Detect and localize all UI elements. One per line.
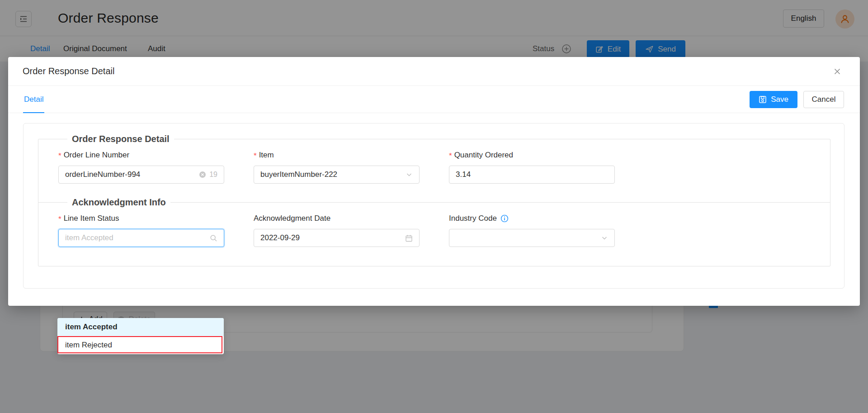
required-asterisk (58, 214, 64, 223)
modal-actions: Save Cancel (750, 91, 844, 108)
order-line-number-input[interactable]: orderLineNumber-994 19 (58, 166, 224, 184)
required-asterisk (254, 151, 259, 160)
field-industry-code: Industry Code (449, 214, 615, 247)
cancel-button[interactable]: Cancel (803, 91, 844, 108)
field-label: Industry Code (449, 214, 615, 223)
field-order-line-number: Order Line Number orderLineNumber-994 (58, 151, 224, 184)
modal-tabrow: Detail Save Cancel (8, 86, 860, 113)
save-icon (759, 95, 767, 104)
info-icon[interactable] (500, 214, 509, 223)
field-label: Item (254, 151, 420, 160)
section-legend: Order Response Detail (67, 134, 174, 144)
chevron-down-icon (406, 171, 413, 178)
section-order-response-detail: Order Response Detail Order Line Number … (38, 134, 830, 266)
industry-code-select[interactable] (449, 229, 615, 247)
modal-tab-detail[interactable]: Detail (23, 86, 44, 113)
field-label: Order Line Number (58, 151, 224, 160)
field-label: Line Item Status (58, 214, 224, 223)
fields-row-2: Line Item Status item Accepted (58, 214, 810, 247)
line-item-status-select[interactable]: item Accepted (58, 229, 224, 247)
char-count: 19 (209, 171, 217, 179)
clear-circle-icon[interactable] (199, 171, 206, 178)
order-response-detail-modal: Order Response Detail Detail Save C (8, 57, 860, 306)
field-quantity-ordered: Quantity Ordered 3.14 (449, 151, 615, 184)
required-asterisk (58, 151, 64, 160)
fields-row-1: Order Line Number orderLineNumber-994 (58, 151, 810, 184)
quantity-ordered-input[interactable]: 3.14 (449, 166, 615, 184)
search-icon (210, 234, 217, 242)
close-icon[interactable] (832, 66, 843, 77)
chevron-down-icon (601, 234, 608, 242)
calendar-icon (405, 234, 413, 242)
field-line-item-status: Line Item Status item Accepted (58, 214, 224, 247)
line-item-status-dropdown: item Accepted item Rejected (57, 318, 224, 354)
empty-grid-cell (644, 214, 810, 247)
required-asterisk (449, 151, 454, 160)
field-acknowledgment-date: Acknowledgment Date 2022-09-29 (254, 214, 420, 247)
save-button[interactable]: Save (750, 91, 797, 108)
acknowledgment-date-input[interactable]: 2022-09-29 (254, 229, 420, 247)
item-select[interactable]: buyerItemNumber-222 (254, 166, 420, 184)
empty-grid-cell (644, 151, 810, 184)
dropdown-option-item-rejected[interactable]: item Rejected (57, 336, 224, 354)
modal-body: Order Response Detail Order Line Number … (8, 113, 860, 306)
field-label: Acknowledgment Date (254, 214, 420, 223)
modal-header: Order Response Detail (8, 57, 860, 86)
field-label: Quantity Ordered (449, 151, 615, 160)
dropdown-option-item-accepted[interactable]: item Accepted (57, 318, 224, 336)
modal-content-card: Order Response Detail Order Line Number … (23, 123, 844, 289)
section-acknowledgment-info: Acknowledgment Info Line Item Status ite… (38, 197, 830, 266)
field-item: Item buyerItemNumber-222 (254, 151, 420, 184)
modal-title: Order Response Detail (23, 66, 114, 76)
section-legend: Acknowledgment Info (67, 197, 170, 208)
